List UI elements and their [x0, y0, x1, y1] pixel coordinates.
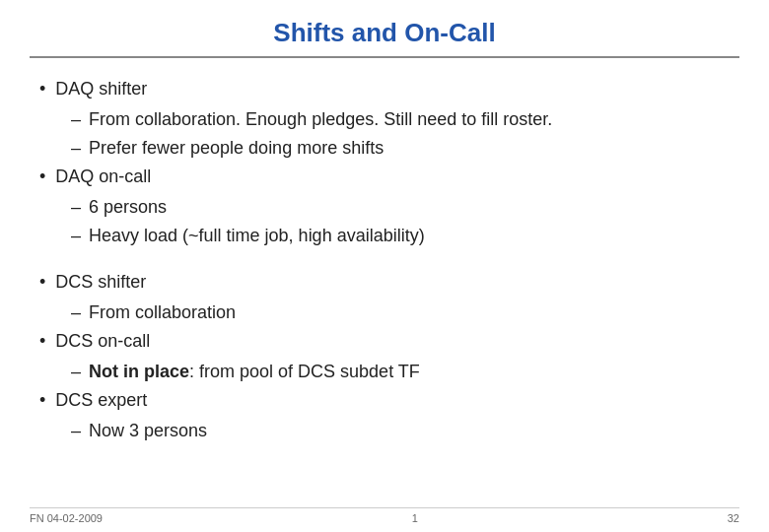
- sub-text-2-2: Heavy load (~full time job, high availab…: [89, 223, 425, 249]
- bullet-text-4: DCS on-call: [55, 328, 150, 355]
- footer-left: FN 04-02-2009: [30, 512, 103, 524]
- sub-text-4-1: Not in place: from pool of DCS subdet TF: [89, 359, 420, 385]
- sub-bullet-4-1: – Not in place: from pool of DCS subdet …: [71, 359, 730, 385]
- slide: Shifts and On-Call • DAQ shifter – From …: [0, 0, 769, 532]
- sub-dash-2-1: –: [71, 194, 81, 221]
- footer: FN 04-02-2009 1 32: [30, 507, 739, 524]
- sub-bullet-3-1: – From collaboration: [71, 299, 730, 326]
- sub-text-3-1: From collaboration: [89, 299, 236, 326]
- bullet-text-1: DAQ shifter: [55, 76, 147, 102]
- bullet-text-3: DCS shifter: [55, 269, 146, 296]
- title-area: Shifts and On-Call: [30, 0, 739, 58]
- sub-dash-1-1: –: [71, 106, 81, 133]
- bullet-dot-2: •: [39, 164, 45, 190]
- sub-bullet-2-1: – 6 persons: [71, 194, 730, 221]
- sub-dash-1-2: –: [71, 135, 81, 162]
- sub-dash-3-1: –: [71, 299, 81, 326]
- sub-bullet-5-1: – Now 3 persons: [71, 418, 730, 444]
- sub-bullet-2-2: – Heavy load (~full time job, high avail…: [71, 223, 730, 249]
- bullet-dot-1: •: [39, 76, 45, 102]
- bullet-dcs-shifter: • DCS shifter: [39, 269, 730, 296]
- sub-text-5-1: Now 3 persons: [89, 418, 207, 444]
- sub-bullet-1-2: – Prefer fewer people doing more shifts: [71, 135, 730, 162]
- bullet-dot-5: •: [39, 387, 45, 414]
- slide-title: Shifts and On-Call: [273, 18, 495, 47]
- not-in-place-suffix: : from pool of DCS subdet TF: [189, 362, 420, 381]
- sub-dash-4-1: –: [71, 359, 81, 385]
- bold-not-in-place: Not in place: [89, 362, 189, 381]
- sub-text-2-1: 6 persons: [89, 194, 167, 221]
- bullet-dcs-oncall: • DCS on-call: [39, 328, 730, 355]
- sub-dash-5-1: –: [71, 418, 81, 444]
- bullet-daq-oncall: • DAQ on-call: [39, 164, 730, 190]
- bullet-dot-3: •: [39, 269, 45, 296]
- sub-text-1-2: Prefer fewer people doing more shifts: [89, 135, 384, 162]
- bullet-daq-shifter: • DAQ shifter: [39, 76, 730, 102]
- footer-right: 32: [728, 512, 739, 524]
- sub-bullet-1-1: – From collaboration. Enough pledges. St…: [71, 106, 730, 133]
- sub-dash-2-2: –: [71, 223, 81, 249]
- bullet-text-5: DCS expert: [55, 387, 147, 414]
- bullet-dcs-expert: • DCS expert: [39, 387, 730, 414]
- sub-text-1-1: From collaboration. Enough pledges. Stil…: [89, 106, 552, 133]
- bullet-dot-4: •: [39, 328, 45, 355]
- bullet-text-2: DAQ on-call: [55, 164, 151, 190]
- footer-center: 1: [412, 512, 418, 524]
- spacer-1: [39, 251, 730, 269]
- content: • DAQ shifter – From collaboration. Enou…: [30, 76, 739, 444]
